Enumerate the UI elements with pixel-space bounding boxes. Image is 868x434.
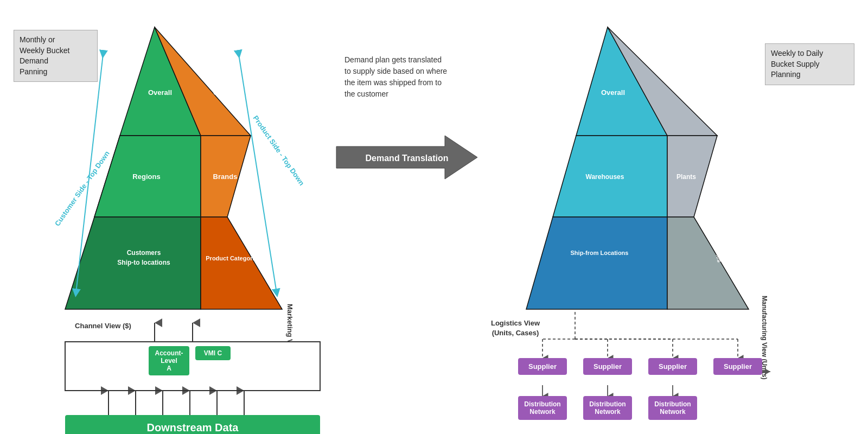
svg-text:Product Categories: Product Categories <box>206 255 260 261</box>
dist-box-1: DistributionNetwork <box>518 396 567 420</box>
svg-marker-28 <box>667 217 749 309</box>
svg-marker-25 <box>526 217 667 309</box>
svg-text:(Units, Cases): (Units, Cases) <box>492 329 539 337</box>
svg-text:Overall: Overall <box>148 88 172 97</box>
demand-translation-desc: Demand plan gets translatedto supply sid… <box>344 54 513 100</box>
svg-text:Plants: Plants <box>676 173 696 181</box>
supplier-box-2: Supplier <box>583 358 632 375</box>
account-level-box: Account-LevelA <box>149 346 189 375</box>
svg-text:Logistics View: Logistics View <box>491 319 540 327</box>
svg-text:Demand Translation: Demand Translation <box>366 154 449 163</box>
svg-text:Regions: Regions <box>132 173 160 181</box>
svg-text:Brands: Brands <box>213 173 238 181</box>
svg-text:Ship-to locations: Ship-to locations <box>117 259 170 266</box>
dist-box-3: DistributionNetwork <box>648 396 697 420</box>
supplier-box-4: Supplier <box>713 358 762 375</box>
svg-text:Overall: Overall <box>601 88 625 97</box>
svg-text:Channel View ($): Channel View ($) <box>75 322 131 330</box>
svg-text:Customers: Customers <box>127 249 161 257</box>
svg-marker-9 <box>201 217 282 309</box>
svg-rect-46 <box>65 342 320 391</box>
svg-text:Overall: Overall <box>680 88 704 97</box>
right-label-text: Weekly to DailyBucket SupplyPlanning <box>771 49 823 79</box>
svg-text:Ship-from Locations: Ship-from Locations <box>571 250 629 256</box>
right-label-box: Weekly to DailyBucket SupplyPlanning <box>765 43 854 85</box>
svg-text:Product Side - Top Down: Product Side - Top Down <box>251 114 305 187</box>
svg-text:Warehouses: Warehouses <box>586 173 624 181</box>
dist-box-2: DistributionNetwork <box>583 396 632 420</box>
svg-text:Overall: Overall <box>213 88 237 97</box>
supplier-box-1: Supplier <box>518 358 567 375</box>
supplier-box-3: Supplier <box>648 358 697 375</box>
downstream-data-box: Downstream Data <box>65 415 320 434</box>
left-label-box: Monthly orWeekly BucketDemandPanning <box>14 30 98 82</box>
left-label-text: Monthly orWeekly BucketDemandPanning <box>20 35 69 76</box>
vmi-box: VMI C <box>195 346 231 360</box>
